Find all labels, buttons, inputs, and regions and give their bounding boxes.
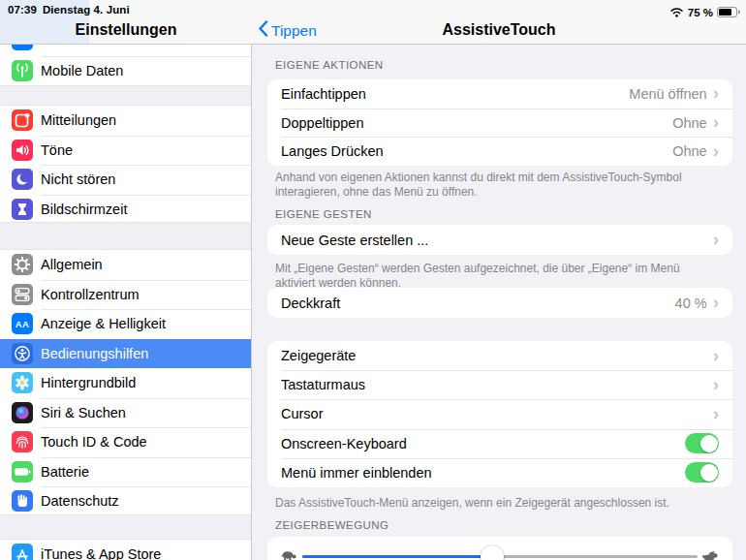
chevron-right-icon [713, 346, 719, 364]
battery-percent-text: 75 % [688, 7, 713, 18]
date-text: Dienstag 4. Juni [43, 4, 130, 16]
row-label: Neue Geste erstellen ... [281, 233, 713, 248]
moon-icon [12, 169, 33, 190]
assistivetouch-settings-panel: EIGENE AKTIONEN Einfachtippen Menü öffne… [252, 45, 746, 560]
sidebar-item-label: Töne [41, 142, 73, 158]
row-langes-druecken[interactable]: Langes Drücken Ohne [267, 137, 732, 166]
sidebar-group-general: Allgemein Kontrollzentrum AA Anzeige & H… [0, 249, 251, 515]
row-cursor[interactable]: Cursor [267, 399, 732, 428]
sidebar-item-mitteilungen[interactable]: Mitteilungen [0, 106, 251, 136]
sidebar-item-batterie[interactable]: Batterie [0, 457, 251, 487]
sidebar-item-label: Bildschirmzeit [41, 202, 127, 217]
card-zeigegeraete: Zeigegeräte Tastaturmaus Cursor Onscreen… [267, 341, 732, 487]
slider-track[interactable] [302, 555, 698, 558]
battery-icon [717, 4, 740, 21]
row-label: Menü immer einblenden [281, 465, 685, 481]
row-label: Langes Drücken [281, 143, 672, 159]
sidebar-group-notifications: Mitteilungen Töne Nicht stören Bildschir… [0, 105, 251, 223]
row-value: Menü öffnen [629, 86, 706, 102]
status-time-date: 07:39Dienstag 4. Juni [8, 4, 130, 16]
section-header-eigene-gesten: EIGENE GESTEN [275, 208, 372, 220]
app-store-icon [12, 544, 33, 560]
row-einfachtippen[interactable]: Einfachtippen Menü öffnen [267, 79, 732, 109]
hare-icon [700, 548, 720, 560]
sidebar-item-kontrollzentrum[interactable]: Kontrollzentrum [0, 280, 251, 310]
section-header-eigene-aktionen: EIGENE AKTIONEN [275, 59, 384, 71]
slider-knob[interactable] [481, 545, 504, 560]
row-label: Deckkraft [281, 296, 675, 311]
section-footer-eigene-gesten: Mit „Eigene Gesten“ werden Gesten aufgez… [275, 262, 721, 291]
speaker-icon [12, 140, 33, 161]
sidebar-item-label: Anzeige & Helligkeit [41, 316, 166, 331]
sidebar-item-label: Mobile Daten [41, 63, 123, 78]
row-label: Einfachtippen [281, 86, 629, 102]
hourglass-icon [12, 199, 33, 220]
wallpaper-icon [12, 372, 33, 393]
sidebar-item-hintergrundbild[interactable]: Hintergrundbild [0, 368, 251, 398]
sidebar-item-label: Mitteilungen [41, 112, 116, 128]
sidebar-group-connectivity: Mobile Daten [0, 45, 251, 86]
chevron-right-icon [713, 375, 719, 393]
sidebar-item-label: iTunes & App Store [41, 546, 161, 560]
accessibility-icon [12, 343, 33, 364]
chevron-right-icon [713, 230, 719, 248]
menu-immer-einblenden-toggle[interactable] [685, 462, 719, 482]
control-center-icon [12, 284, 33, 305]
notifications-icon [12, 109, 33, 131]
row-zeigegeraete[interactable]: Zeigegeräte [267, 341, 732, 370]
tortoise-icon [280, 548, 298, 560]
sidebar-item-label: Nicht stören [41, 171, 115, 187]
row-onscreen-keyboard: Onscreen-Keyboard [267, 429, 732, 458]
sidebar-item-allgemein[interactable]: Allgemein [0, 250, 251, 280]
sidebar-item-siri-suchen[interactable]: Siri & Suchen [0, 398, 251, 428]
sidebar-item-itunes-app-store[interactable]: iTunes & App Store [0, 540, 251, 560]
sidebar-item-label: Siri & Suchen [41, 405, 126, 420]
chevron-right-icon [713, 112, 719, 131]
siri-icon [12, 402, 33, 423]
row-tastaturmaus[interactable]: Tastaturmaus [267, 370, 732, 399]
sidebar-item-touch-id-code[interactable]: Touch ID & Code [0, 427, 251, 457]
sidebar-item-datenschutz[interactable]: Datenschutz [0, 486, 251, 516]
top-navigation-bar: 07:39Dienstag 4. Juni 75 % Einstellungen… [0, 0, 746, 45]
sidebar-item-mobile-daten[interactable]: Mobile Daten [0, 56, 251, 86]
row-doppeltippen[interactable]: Doppeltippen Ohne [267, 109, 732, 138]
sidebar-item-label: Allgemein [41, 257, 103, 272]
row-value: 40 % [675, 296, 707, 311]
sidebar-item-bedienungshilfen[interactable]: Bedienungshilfen [0, 339, 251, 369]
section-footer-zeigegeraete: Das AssistiveTouch-Menü anzeigen, wenn e… [275, 496, 721, 511]
sidebar-item-label: Batterie [41, 464, 89, 480]
section-header-zeigerbewegung: ZEIGERBEWEGUNG [275, 519, 389, 531]
row-menue-immer-einblenden: Menü immer einblenden [267, 458, 732, 487]
battery-icon [12, 461, 33, 482]
sidebar-item-label: Bedienungshilfen [41, 346, 148, 361]
cellular-icon [12, 60, 33, 81]
row-value: Ohne [672, 143, 706, 159]
pointer-speed-slider [267, 537, 732, 560]
row-label: Cursor [281, 406, 713, 421]
back-button-label: Tippen [271, 22, 317, 40]
fingerprint-icon [12, 431, 33, 452]
card-deckkraft: Deckkraft 40 % [267, 288, 732, 318]
chevron-right-icon [713, 141, 719, 160]
sidebar-item-label: Datenschutz [41, 493, 119, 509]
row-value: Ohne [672, 115, 706, 131]
hand-icon [12, 490, 33, 512]
row-deckkraft[interactable]: Deckkraft 40 % [267, 288, 732, 318]
sidebar-item-anzeige-helligkeit[interactable]: AA Anzeige & Helligkeit [0, 309, 251, 339]
onscreen-keyboard-toggle[interactable] [685, 433, 719, 453]
chevron-right-icon [713, 404, 719, 422]
row-neue-geste-erstellen[interactable]: Neue Geste erstellen ... [267, 225, 732, 255]
card-eigene-gesten: Neue Geste erstellen ... [267, 225, 732, 255]
sidebar-item-label: Hintergrundbild [41, 375, 136, 390]
gear-icon [12, 254, 33, 275]
back-button-tippen[interactable]: Tippen [258, 20, 317, 41]
card-zeigerbewegung [267, 537, 732, 560]
sidebar-title: Einstellungen [0, 21, 252, 39]
sidebar-item-bildschirmzeit[interactable]: Bildschirmzeit [0, 195, 251, 225]
wifi-icon [669, 4, 684, 21]
slider-fill [302, 555, 492, 558]
sidebar-item-nicht-stoeren[interactable]: Nicht stören [0, 165, 251, 195]
sidebar-item-toene[interactable]: Töne [0, 136, 251, 166]
sidebar-item-label: Touch ID & Code [41, 434, 147, 450]
clock-text: 07:39 [8, 4, 37, 16]
